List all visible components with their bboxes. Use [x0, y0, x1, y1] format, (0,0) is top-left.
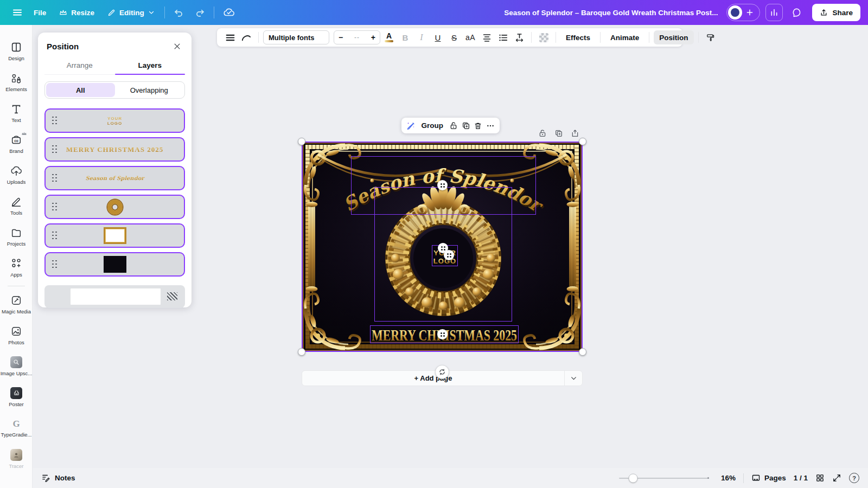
sidebar-item-design[interactable]: Design — [0, 36, 33, 67]
sidebar-item-apps[interactable]: Apps — [0, 252, 33, 283]
brand-icon: co — [10, 134, 22, 146]
zoom-level[interactable]: 16% — [721, 474, 736, 482]
sidebar-item-poster[interactable]: Poster — [0, 382, 33, 413]
resize-handle-bottom-right[interactable] — [579, 348, 586, 356]
editing-mode-button[interactable]: Editing — [101, 4, 161, 21]
add-page-icon-button[interactable] — [571, 129, 579, 138]
sidebar-item-photos[interactable]: Photos — [0, 320, 33, 351]
zoom-slider[interactable] — [619, 478, 709, 479]
copy-style-button[interactable] — [703, 30, 718, 44]
file-menu-button[interactable]: File — [27, 4, 53, 21]
comments-button[interactable] — [788, 4, 806, 21]
position-button[interactable]: Position — [654, 30, 693, 44]
alignment-button[interactable] — [479, 30, 494, 44]
resize-handle-top-right[interactable] — [579, 138, 586, 145]
bold-button[interactable]: B — [398, 30, 413, 44]
filter-overlapping[interactable]: Overlapping — [115, 83, 184, 97]
active-tab-underline — [115, 74, 186, 75]
more-options-button[interactable] — [486, 119, 496, 132]
pages-icon — [751, 473, 761, 483]
wreath-thumbnail — [107, 200, 123, 215]
resize-button[interactable]: Resize — [53, 4, 101, 21]
pages-button[interactable]: Pages — [751, 473, 786, 483]
sidebar-item-magic-media[interactable]: Magic Media — [0, 289, 33, 320]
sidebar-item-uploads[interactable]: Uploads — [0, 159, 33, 190]
sidebar-item-text[interactable]: Text — [0, 98, 33, 129]
delete-button[interactable] — [473, 119, 483, 132]
collaborator-cursor — [437, 329, 448, 339]
animate-button[interactable]: Animate — [605, 30, 644, 44]
strikethrough-button[interactable]: S — [446, 30, 462, 44]
notes-button[interactable]: Notes — [41, 473, 75, 483]
help-button[interactable]: ? — [849, 473, 859, 483]
redo-button[interactable] — [189, 8, 210, 18]
sidebar-item-tools[interactable]: Tools — [0, 190, 33, 221]
resize-handle-bottom-left[interactable] — [298, 348, 305, 356]
magic-edit-button[interactable] — [406, 119, 416, 132]
lock-button[interactable] — [449, 119, 459, 132]
duplicate-page-button[interactable] — [554, 129, 563, 138]
selection-toolbar: Group — [401, 118, 500, 133]
layer-item-frame-image[interactable] — [44, 223, 185, 248]
add-member-icon — [745, 8, 754, 17]
spacing-icon[interactable] — [222, 30, 238, 44]
zoom-slider-handle[interactable] — [628, 473, 637, 483]
increase-font-icon[interactable]: + — [371, 33, 375, 42]
collaborator-cursor — [444, 250, 454, 260]
layer-item-page-background[interactable] — [44, 285, 185, 308]
layer-item-greeting-text[interactable]: MERRY CHRISTMAS 2025 — [44, 137, 185, 162]
list-button[interactable] — [495, 30, 510, 44]
position-panel: Position Arrange Layers All Overlapping … — [38, 33, 192, 307]
sidebar-item-tracer[interactable]: Tracer — [0, 444, 33, 474]
italic-button[interactable]: I — [414, 30, 429, 44]
insights-button[interactable] — [765, 4, 783, 21]
main-menu-button[interactable] — [8, 4, 27, 21]
font-family-selector[interactable]: Multiple fonts — [263, 30, 329, 44]
share-button[interactable]: Share — [812, 4, 860, 21]
design-title[interactable]: Season of Splendor – Baroque Gold Wreath… — [504, 9, 718, 17]
effects-button[interactable]: Effects — [560, 30, 596, 44]
add-page-label: + Add page — [302, 374, 564, 382]
sidebar-item-image-upscaler[interactable]: Image Upsc... — [0, 351, 33, 382]
sidebar-item-typegradient[interactable]: G TypeGradie... — [0, 413, 33, 444]
layer-item-background-image[interactable] — [44, 252, 185, 277]
layer-item-wreath-image[interactable] — [44, 195, 185, 219]
fullscreen-button[interactable] — [832, 473, 841, 483]
duplicate-button[interactable] — [461, 119, 471, 132]
layer-item-title-text[interactable]: Season of Splendor — [44, 166, 185, 190]
lock-page-button[interactable] — [538, 129, 547, 138]
account-menu[interactable] — [726, 4, 760, 21]
sidebar-item-projects[interactable]: Projects — [0, 221, 33, 252]
filter-all[interactable]: All — [46, 83, 115, 97]
text-spacing-button[interactable] — [512, 30, 527, 44]
group-button[interactable]: Group — [418, 121, 447, 130]
trash-icon — [474, 121, 482, 130]
underline-button[interactable]: U — [430, 30, 445, 44]
pro-crown-icon — [21, 131, 27, 137]
layer-item-logo-text[interactable]: YOURLOGO — [44, 108, 185, 133]
tab-arrange[interactable]: Arrange — [44, 57, 115, 74]
transparency-button[interactable] — [536, 30, 551, 44]
resize-handle-top-left[interactable] — [298, 138, 305, 145]
tab-layers[interactable]: Layers — [115, 57, 186, 74]
undo-button[interactable] — [168, 8, 189, 18]
decrease-font-icon[interactable]: − — [339, 33, 343, 42]
font-size-stepper[interactable]: − -- + — [334, 30, 380, 44]
right-column-ornament — [569, 206, 576, 288]
chevron-down-icon — [148, 9, 155, 16]
add-page-dropdown[interactable] — [564, 371, 582, 386]
text-case-button[interactable]: aA — [463, 30, 478, 44]
poster-icon — [10, 387, 22, 399]
sidebar-item-brand[interactable]: co Brand — [0, 129, 33, 159]
chevron-down-icon — [570, 375, 577, 382]
bar-chart-icon — [770, 8, 778, 17]
sidebar-item-elements[interactable]: Elements — [0, 67, 33, 98]
cloud-save-status-icon[interactable] — [218, 7, 240, 18]
text-color-button[interactable]: A — [381, 30, 397, 44]
topbar-divider — [164, 7, 165, 18]
curve-text-icon[interactable] — [239, 30, 254, 44]
grid-view-icon — [815, 473, 825, 483]
grid-view-button[interactable] — [815, 473, 825, 483]
duplicate-icon — [554, 129, 563, 138]
close-panel-button[interactable] — [171, 40, 183, 52]
